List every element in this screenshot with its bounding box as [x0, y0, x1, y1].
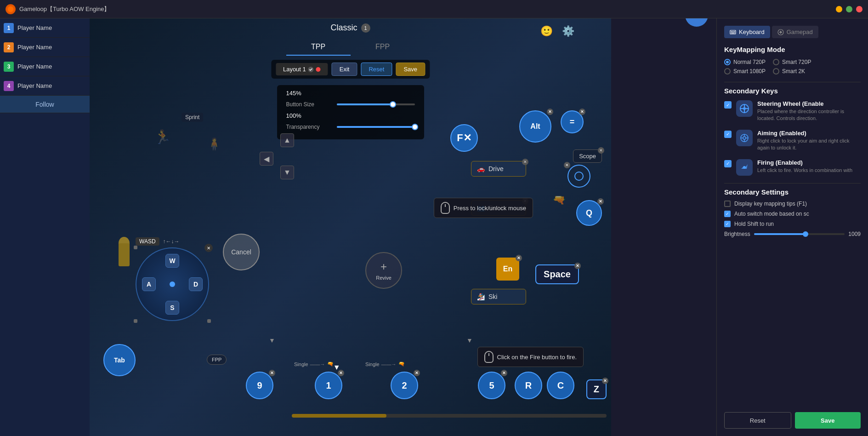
drive-close-icon[interactable]: ✕ [522, 159, 528, 165]
fire-tooltip: Click on the Fire button to fire. [477, 347, 584, 367]
z-close-icon[interactable]: ✕ [602, 378, 608, 384]
exit-button[interactable]: Exit [332, 63, 357, 76]
button-size-label: Button Size [286, 101, 332, 108]
eq-button[interactable]: = ✕ [561, 110, 584, 133]
nav-down-arrow[interactable]: ▼ [280, 166, 294, 179]
transparency-slider[interactable] [337, 126, 415, 128]
f-close-icon[interactable]: ✕ [463, 132, 471, 144]
num2-close-icon[interactable]: ✕ [414, 370, 420, 376]
radio-smart-720p[interactable]: Smart 720P [773, 59, 811, 65]
drive-button[interactable]: 🚗 Drive ✕ [471, 161, 526, 177]
num1-close-icon[interactable]: ✕ [338, 370, 344, 376]
nav-left-arrow[interactable]: ◀ [260, 152, 273, 166]
mouse-tooltip: Press to lock/unlock mouse [434, 198, 533, 218]
keyboard-tab[interactable]: Keyboard [724, 26, 770, 38]
player-item-2[interactable]: 2 Player Name [0, 38, 90, 57]
close-button[interactable] [856, 6, 862, 12]
settings-gear-icon[interactable]: ⚙️ [562, 25, 574, 37]
key-item-aiming: Aiming (Enabled) Right click to lock you… [724, 130, 861, 152]
auto-switch-checkbox[interactable] [724, 211, 731, 217]
eq-close-icon[interactable]: ✕ [579, 109, 585, 115]
mode-tabs: Keyboard Gamepad [724, 26, 861, 38]
follow-button[interactable]: Follow [0, 96, 90, 113]
bullet-icon [113, 236, 136, 275]
wasd-key-s[interactable]: S [165, 301, 179, 315]
save-button[interactable]: Save [795, 412, 861, 429]
aiming-checkbox[interactable] [724, 131, 732, 138]
weapon-1-area: Single ——→ 🔫 ▼ [294, 361, 334, 367]
emoji-icon[interactable]: 🙂 [540, 25, 553, 37]
fpp-tab[interactable]: FPP [351, 39, 415, 56]
tips-checkbox[interactable] [724, 201, 731, 207]
drag-handle-br[interactable] [207, 319, 211, 323]
space-close-icon[interactable]: ✕ [574, 263, 581, 269]
scope-button[interactable]: Scope ✕ [573, 149, 602, 163]
wasd-close-button[interactable]: ✕ [204, 244, 213, 252]
chevron-bottom-1[interactable]: ▼ [269, 337, 275, 344]
alt-button[interactable]: Alt ✕ [519, 110, 551, 143]
tpp-tab[interactable]: TPP [286, 39, 351, 56]
num5-close-icon[interactable]: ✕ [501, 370, 507, 376]
player-num-1: 1 [4, 23, 14, 33]
nav-up-arrow[interactable]: ▲ [280, 133, 294, 147]
weapon-2-area: Single ——→ 🔫 [365, 361, 405, 367]
drag-handle-bl[interactable] [134, 319, 137, 323]
steering-checkbox[interactable] [724, 101, 732, 109]
fpp-button[interactable]: FPP [207, 355, 227, 365]
wasd-key-w[interactable]: W [165, 254, 179, 268]
tab-button[interactable]: Tab [103, 344, 136, 376]
radio-normal-720p[interactable]: Normal 720P [724, 59, 766, 65]
layout-1-button[interactable]: Layout 1 [276, 63, 328, 75]
steering-info: Steering Wheel (Enable Placed where the … [757, 100, 861, 122]
player-name-4: Player Name [17, 82, 52, 89]
reset-button[interactable]: Reset [724, 412, 791, 429]
gamepad-tab[interactable]: Gamepad [772, 26, 818, 38]
chevron-bottom-2[interactable]: ▼ [466, 337, 473, 344]
ski-button[interactable]: 🏂 Ski [471, 289, 526, 304]
view-tabs: TPP FPP [286, 39, 415, 56]
reset-layout-button[interactable]: Reset [361, 63, 392, 76]
num-2-button[interactable]: 2 ✕ [391, 372, 418, 399]
radio-smart-2k[interactable]: Smart 2K [773, 68, 805, 75]
save-layout-button[interactable]: Save [396, 63, 425, 76]
player-item-4[interactable]: 4 Player Name [0, 76, 90, 96]
r-button[interactable]: R [515, 372, 542, 399]
hold-shift-checkbox[interactable] [724, 221, 731, 227]
en-button[interactable]: En ✕ [496, 258, 519, 281]
num9-close-icon[interactable]: ✕ [269, 370, 275, 376]
wasd-key-d[interactable]: D [189, 277, 203, 291]
c-button[interactable]: C [547, 372, 574, 399]
firing-checkbox[interactable] [724, 160, 732, 167]
divider-2 [724, 183, 861, 184]
num-1-button[interactable]: 1 ✕ [315, 372, 342, 399]
alt-close-icon[interactable]: ✕ [547, 109, 553, 115]
wasd-container: WASD ↑←↓→ ✕ W A S D [136, 237, 209, 321]
divider-1 [724, 82, 861, 82]
num-9-button[interactable]: 9 ✕ [246, 372, 273, 399]
radio-smart-1080p[interactable]: Smart 1080P [724, 68, 766, 75]
en-close-icon[interactable]: ✕ [516, 255, 522, 261]
button-size-slider[interactable] [337, 103, 415, 105]
space-button[interactable]: Space ✕ [535, 264, 579, 284]
setting-hold-shift: Hold Shift to run [724, 221, 861, 227]
crosshair-close-icon[interactable]: ✕ [564, 162, 570, 168]
single-2-label: Single ——→ 🔫 [365, 361, 405, 367]
revive-button[interactable]: + Revive [365, 252, 402, 289]
radio-dot-normal [724, 59, 731, 65]
scope-close-icon[interactable]: ✕ [598, 147, 604, 154]
classic-header: Classic 1 [330, 23, 370, 33]
svg-rect-11 [779, 32, 782, 33]
maximize-button[interactable] [846, 6, 852, 12]
cancel-button[interactable]: Cancel [223, 234, 260, 270]
q-close-icon[interactable]: ✕ [597, 198, 604, 205]
minimize-button[interactable] [836, 6, 842, 12]
title-bar: Gameloop【Turbo AOW Engine】 [0, 0, 868, 18]
f-button[interactable]: F ✕ [450, 124, 478, 152]
z-button[interactable]: Z ✕ [586, 379, 607, 399]
q-button[interactable]: Q ✕ [576, 200, 602, 226]
player-item-3[interactable]: 3 Player Name [0, 57, 90, 76]
wasd-key-a[interactable]: A [142, 277, 156, 291]
player-item-1[interactable]: 1 Player Name [0, 18, 90, 38]
num-5-button[interactable]: 5 ✕ [478, 372, 505, 399]
brightness-slider[interactable] [754, 233, 845, 235]
